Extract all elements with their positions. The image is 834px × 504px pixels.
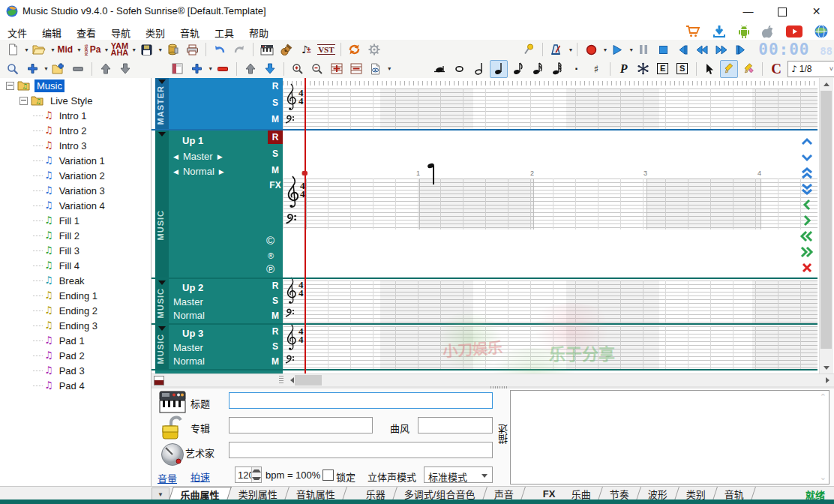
note-whole-button[interactable] xyxy=(451,60,469,78)
scroll-down-arrow[interactable] xyxy=(820,362,833,374)
tab-乐曲[interactable]: 乐曲 xyxy=(560,487,603,500)
refresh-button[interactable] xyxy=(346,40,364,58)
close-button[interactable]: ✕ xyxy=(800,0,833,22)
tab-音轨[interactable]: 音轨 xyxy=(713,487,756,500)
apple-icon[interactable] xyxy=(762,25,774,38)
vst-button[interactable]: VST xyxy=(316,40,335,58)
vertical-scroll-thumb[interactable] xyxy=(820,91,832,349)
microphone-button[interactable] xyxy=(520,40,538,58)
up2-solo-button[interactable]: S xyxy=(268,294,283,308)
copyright-badge[interactable]: © xyxy=(266,234,274,247)
nav-page-up-button[interactable] xyxy=(798,165,816,181)
tree-item-variation-2[interactable]: ♫Variation 2 xyxy=(0,168,151,183)
collapse-up2-icon[interactable] xyxy=(158,280,166,285)
up3-source-selector[interactable]: Master xyxy=(173,342,203,353)
note-thirtysecond-button[interactable] xyxy=(548,60,566,78)
import-yamaha-caret[interactable]: ▼ xyxy=(131,47,136,52)
save-button[interactable] xyxy=(137,40,155,58)
record-button[interactable] xyxy=(582,40,600,58)
track-header-up3[interactable]: MUSIC Up 3 Master Normal R S M xyxy=(155,325,283,369)
up1-fx-button[interactable]: FX xyxy=(268,178,283,192)
up1-source-selector[interactable]: ◀Master▶ xyxy=(173,151,242,162)
collapse-up1-icon[interactable] xyxy=(158,132,166,136)
save-caret[interactable]: ▼ xyxy=(158,47,163,52)
tree-item-live-style[interactable]: ♫Live Style xyxy=(0,93,151,108)
download-icon[interactable] xyxy=(712,25,726,38)
remove-category-button[interactable] xyxy=(69,60,87,78)
note-sixteenth-button[interactable] xyxy=(529,60,547,78)
tree-item-pad-2[interactable]: ♫Pad 2 xyxy=(0,348,151,363)
artist-input[interactable] xyxy=(229,442,493,458)
transpose-note-button[interactable]: ♪± xyxy=(297,40,315,58)
scroll-up-arrow[interactable] xyxy=(820,78,833,90)
tab-音轨属性[interactable]: 音轨属性 xyxy=(285,487,347,500)
add-track-caret[interactable]: ▼ xyxy=(208,66,213,71)
sound-bank-button[interactable] xyxy=(164,40,182,58)
up3-mute-button[interactable]: M xyxy=(268,355,283,368)
tree-item-pad-4[interactable]: ♫Pad 4 xyxy=(0,378,151,393)
snap-caret[interactable]: ˅ xyxy=(830,65,833,73)
nav-page-left-button[interactable] xyxy=(798,228,816,244)
expand-rows-button[interactable] xyxy=(328,60,346,78)
up1-solo-button[interactable]: S xyxy=(268,147,283,160)
metronome-button[interactable] xyxy=(548,40,566,58)
move-category-up-button[interactable] xyxy=(97,60,115,78)
remove-track-button[interactable] xyxy=(214,60,232,78)
volume-link[interactable]: 音量 xyxy=(158,471,177,485)
track-list-icon[interactable] xyxy=(154,376,164,386)
event-s-button[interactable]: S xyxy=(674,60,692,78)
open-file-caret[interactable]: ▼ xyxy=(50,47,56,52)
tree-item-fill-2[interactable]: ♫Fill 2 xyxy=(0,228,151,243)
tree-expander-icon[interactable] xyxy=(6,82,14,90)
move-track-up-button[interactable] xyxy=(242,60,260,78)
new-file-caret[interactable]: ▼ xyxy=(24,47,29,52)
score-up3[interactable] xyxy=(283,326,818,369)
tab-波形[interactable]: 波形 xyxy=(637,487,680,500)
eraser-tool-button[interactable] xyxy=(740,60,758,78)
description-textarea[interactable]: ⌃⌄ xyxy=(510,390,830,484)
android-icon[interactable] xyxy=(738,25,750,38)
tempo-spinner[interactable]: 120 xyxy=(235,466,262,483)
zoom-in-button[interactable] xyxy=(289,60,307,78)
note-event[interactable] xyxy=(428,164,436,184)
snowflake-button[interactable] xyxy=(634,60,652,78)
settings-gear-button[interactable] xyxy=(365,40,383,58)
collapse-up3-icon[interactable] xyxy=(158,326,166,331)
tab-类别属性[interactable]: 类别属性 xyxy=(227,487,290,500)
scroll-splitter-grip[interactable] xyxy=(279,376,284,385)
tree-item-ending-3[interactable]: ♫Ending 3 xyxy=(0,318,151,333)
minimize-button[interactable]: — xyxy=(731,0,765,22)
import-korg-button[interactable]: KORG Pa xyxy=(82,40,102,58)
up1-mode-selector[interactable]: ◀Normal▶ xyxy=(173,166,244,177)
tree-item-intro-2[interactable]: ♫Intro 2 xyxy=(0,123,151,138)
undo-button[interactable] xyxy=(211,40,229,58)
tempo-down[interactable] xyxy=(252,475,261,482)
pencil-tool-button[interactable] xyxy=(720,60,738,78)
score-up1[interactable] xyxy=(283,178,818,230)
tree-item-intro-3[interactable]: ♫Intro 3 xyxy=(0,138,151,153)
find-button[interactable] xyxy=(4,60,22,78)
maximize-button[interactable] xyxy=(765,0,799,22)
tree-item-variation-3[interactable]: ♫Variation 3 xyxy=(0,183,151,198)
paste-category-button[interactable] xyxy=(50,60,68,78)
add-category-button[interactable] xyxy=(23,60,41,78)
nav-page-right-button[interactable] xyxy=(798,244,816,260)
snap-magnet-button[interactable]: C xyxy=(767,60,785,78)
globe-icon[interactable] xyxy=(814,25,828,38)
snap-value-dropdown[interactable]: ♪ 1/8 ˅ xyxy=(788,61,834,77)
rewind-button[interactable] xyxy=(693,40,711,58)
nav-up-button[interactable] xyxy=(798,134,816,149)
import-midi-button[interactable]: Mid xyxy=(56,40,74,58)
pause-button[interactable] xyxy=(634,40,652,58)
registered-badge[interactable]: ® xyxy=(268,251,274,260)
guitar-button[interactable] xyxy=(278,40,296,58)
note-breve-button[interactable] xyxy=(431,60,449,78)
genre-input[interactable] xyxy=(418,417,493,434)
track-header-up2[interactable]: MUSIC Up 2 Master Normal R S M xyxy=(155,279,283,323)
nav-left-button[interactable] xyxy=(798,196,816,212)
nav-page-down-button[interactable] xyxy=(798,181,816,196)
record-caret[interactable]: ▼ xyxy=(602,47,608,52)
piano-keyboard-button[interactable] xyxy=(258,40,276,58)
tab-多调式-组合音色[interactable]: 多调式/组合音色 xyxy=(393,487,487,500)
track-header-master[interactable]: MASTER R S M xyxy=(155,78,283,129)
